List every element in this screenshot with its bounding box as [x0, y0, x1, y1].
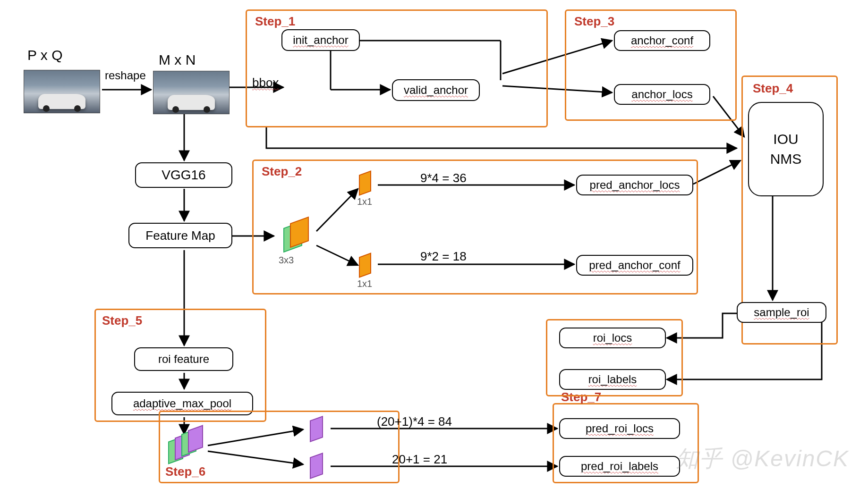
mxn-label: M x N [159, 52, 196, 68]
conv1x1-bottom-label: 1x1 [357, 278, 372, 289]
step2-label: Step_2 [262, 164, 302, 179]
conv3x3-label: 3x3 [279, 255, 294, 266]
eq1-label: 9*4 = 36 [420, 171, 467, 185]
vgg16-node: VGG16 [135, 162, 232, 188]
eq4-label: 20+1 = 21 [392, 452, 447, 467]
eq3-label: (20+1)*4 = 84 [377, 414, 452, 429]
pred-roi-labels-node: pred_roi_labels [559, 456, 680, 477]
sample-roi-node: sample_roi [737, 302, 826, 323]
feature-map-node: Feature Map [128, 223, 232, 248]
anchor-locs-node: anchor_locs [614, 84, 710, 105]
step1-label: Step_1 [255, 14, 295, 29]
step6-label: Step_6 [165, 464, 205, 479]
step5-label: Step_5 [102, 313, 142, 328]
svg-line-16 [693, 160, 740, 184]
reshape-label: reshape [105, 69, 146, 82]
input-image-pxq [24, 70, 100, 113]
step3-label: Step_3 [574, 14, 614, 29]
init-anchor-node: init_anchor [281, 29, 360, 51]
pred-anchor-conf-node: pred_anchor_conf [576, 255, 693, 276]
watermark: 知乎 @KevinCK [676, 444, 849, 474]
pxq-label: P x Q [27, 47, 62, 63]
bbox-label: bbox [252, 76, 279, 90]
eq2-label: 9*2 = 18 [420, 249, 467, 264]
pred-roi-locs-node: pred_roi_locs [559, 418, 680, 439]
roi-locs-node: roi_locs [559, 328, 666, 348]
iou-nms-node: IOU NMS [748, 102, 824, 196]
valid-anchor-node: valid_anchor [392, 79, 480, 101]
anchor-conf-node: anchor_conf [614, 30, 710, 51]
pred-anchor-locs-node: pred_anchor_locs [576, 175, 693, 195]
roi-labels-node: roi_labels [559, 369, 666, 390]
diagram-canvas: P x Q reshape M x N Step_1 bbox init_anc… [0, 0, 868, 488]
roi-feature-node: roi feature [134, 347, 233, 371]
conv1x1-top-label: 1x1 [357, 196, 372, 207]
step4-label: Step_4 [753, 81, 793, 96]
input-image-mxn [153, 71, 230, 114]
